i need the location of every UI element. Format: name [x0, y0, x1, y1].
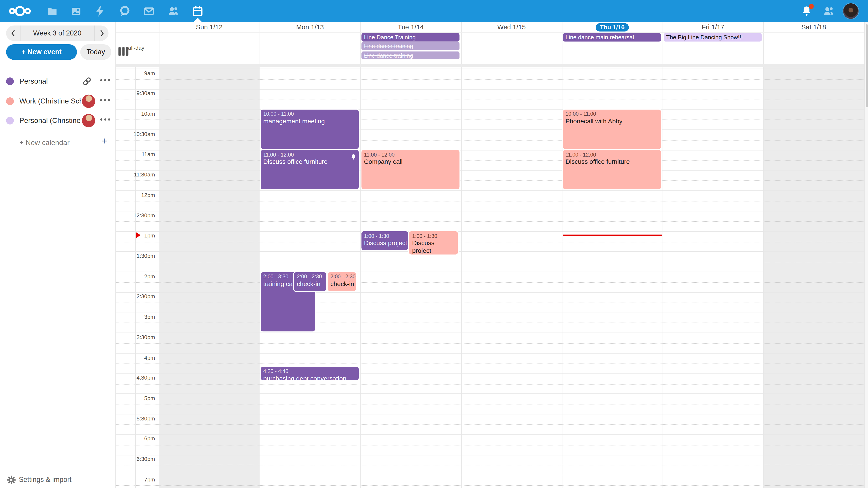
- time-axis-label: 11am: [115, 151, 155, 157]
- time-slot-row[interactable]: [115, 353, 864, 373]
- event[interactable]: 10:00 - 11:00management meeting: [260, 109, 358, 149]
- contacts-menu-icon[interactable]: [823, 5, 834, 17]
- calendar-menu-icon[interactable]: [100, 119, 110, 121]
- talk-app-icon[interactable]: [119, 5, 130, 17]
- time-slot-row[interactable]: [115, 129, 864, 150]
- calendar-list-item[interactable]: Work (Christine Schott): [0, 93, 115, 109]
- event[interactable]: 11:00 - 12:00Company call: [361, 150, 459, 190]
- time-slot-row[interactable]: [115, 272, 864, 292]
- time-slot-row[interactable]: [115, 252, 864, 272]
- time-slot-row[interactable]: [115, 292, 864, 313]
- time-slot-row[interactable]: [115, 414, 864, 434]
- event[interactable]: 10:00 - 11:00Phonecall with Abby: [563, 109, 660, 149]
- event-time: 4:20 - 4:40: [263, 368, 355, 375]
- day-header[interactable]: Fri 1/17: [662, 22, 763, 32]
- contacts-app-icon[interactable]: [168, 5, 179, 17]
- time-axis-label: 11:30am: [115, 171, 155, 177]
- time-slot-row[interactable]: [115, 109, 864, 129]
- calendar-menu-icon[interactable]: [100, 79, 110, 81]
- all-day-event[interactable]: Line dance main rehearsal: [563, 33, 660, 41]
- vertical-scrollbar[interactable]: [864, 22, 868, 488]
- day-header[interactable]: Wed 1/15: [461, 22, 562, 32]
- time-slot-row[interactable]: [115, 231, 864, 252]
- time-axis-label: 1pm: [115, 232, 155, 238]
- time-axis-label: 5pm: [115, 395, 155, 401]
- files-app-icon[interactable]: [46, 5, 58, 17]
- notifications-bell-icon[interactable]: [801, 5, 812, 17]
- day-header[interactable]: Tue 1/14: [360, 22, 461, 32]
- day-header[interactable]: Thu 1/16: [562, 22, 663, 32]
- day-header-label: Wed 1/15: [497, 23, 526, 31]
- week-label[interactable]: Week 3 of 2020: [21, 26, 94, 41]
- quarter-hour-line: [115, 201, 864, 201]
- all-day-event[interactable]: The Big Line Dancing Show!!!: [663, 33, 761, 41]
- quarter-hour-line: [115, 79, 864, 79]
- event[interactable]: 11:00 - 12:00Discuss office furniture: [260, 150, 358, 190]
- all-day-event[interactable]: Line dance training: [361, 51, 459, 59]
- time-slot-row[interactable]: [115, 475, 864, 488]
- event-title: check-in: [331, 281, 353, 287]
- today-button[interactable]: Today: [80, 44, 111, 60]
- photos-app-icon[interactable]: [70, 5, 81, 17]
- time-axis-label: 5:30pm: [115, 415, 155, 421]
- event-time: 10:00 - 11:00: [263, 111, 355, 117]
- day-header[interactable]: Mon 1/13: [260, 22, 361, 32]
- all-day-event[interactable]: Line Dance Training: [361, 33, 459, 41]
- activity-app-icon[interactable]: [95, 5, 106, 17]
- previous-week-button[interactable]: [6, 26, 21, 41]
- new-event-button[interactable]: + New event: [6, 44, 77, 60]
- time-slot-row[interactable]: [115, 394, 864, 414]
- time-slot-row[interactable]: [115, 191, 864, 211]
- mail-app-icon[interactable]: [143, 5, 154, 17]
- time-slot-row[interactable]: [115, 333, 864, 353]
- time-slot-row[interactable]: [115, 89, 864, 109]
- shared-by-avatar[interactable]: [82, 114, 95, 127]
- settings-button[interactable]: Settings & import: [0, 473, 115, 488]
- new-calendar-label: + New calendar: [20, 138, 70, 147]
- column-border: [159, 22, 159, 488]
- user-avatar[interactable]: [843, 3, 859, 19]
- calendar-menu-icon[interactable]: [100, 99, 110, 101]
- event[interactable]: 2:00 - 2:30check-in: [294, 272, 326, 291]
- event[interactable]: 1:00 - 1:30Discuss project announcement: [409, 231, 458, 255]
- quarter-hour-line: [115, 424, 864, 425]
- calendar-app-icon[interactable]: [192, 5, 203, 17]
- next-week-button[interactable]: [94, 26, 108, 41]
- calendar-list-item[interactable]: Personal: [0, 73, 115, 90]
- shared-by-avatar[interactable]: [82, 94, 95, 108]
- event-title: Phonecall with Abby: [565, 118, 658, 124]
- time-slot-row[interactable]: [115, 455, 864, 475]
- view-switcher-icon[interactable]: [119, 47, 129, 57]
- new-calendar-button[interactable]: + New calendar +: [0, 135, 115, 151]
- all-day-event[interactable]: Line dance training: [361, 42, 459, 51]
- quarter-hour-line: [115, 241, 864, 242]
- event[interactable]: 1:00 - 1:30Discuss project announcement: [361, 231, 408, 250]
- time-slot-row[interactable]: [115, 313, 864, 333]
- scrollbar-thumb[interactable]: [866, 24, 868, 107]
- column-border: [562, 22, 562, 488]
- event[interactable]: 2:00 - 2:30check-in: [328, 272, 356, 291]
- time-slot-row[interactable]: [115, 150, 864, 170]
- action-row: + New event Today: [0, 44, 115, 60]
- time-slot-row[interactable]: [115, 434, 864, 455]
- day-header[interactable]: Sun 1/12: [159, 22, 260, 32]
- event[interactable]: 11:00 - 12:00Discuss office furniture: [563, 150, 660, 190]
- event[interactable]: 4:20 - 4:40purchasing dept conversation: [260, 367, 358, 380]
- time-slot-row[interactable]: [115, 69, 864, 89]
- nextcloud-logo-icon[interactable]: [8, 4, 32, 20]
- time-axis-label: 12:30pm: [115, 212, 155, 218]
- time-axis-label: 6:30pm: [115, 456, 155, 462]
- sidebar: Week 3 of 2020 + New event Today Persona…: [0, 22, 116, 488]
- share-link-icon[interactable]: [82, 75, 95, 88]
- quarter-hour-line: [115, 140, 864, 140]
- day-header[interactable]: Sat 1/18: [763, 22, 864, 32]
- time-slot-row[interactable]: [115, 170, 864, 191]
- calendar-list-item[interactable]: Personal (Christine Scho...: [0, 112, 115, 129]
- event-time: 10:00 - 11:00: [565, 111, 658, 117]
- app-window: Week 3 of 2020 + New event Today Persona…: [0, 0, 868, 488]
- time-slot-row[interactable]: [115, 373, 864, 394]
- time-slot-row[interactable]: [115, 211, 864, 231]
- time-axis-label: 2pm: [115, 273, 155, 279]
- quarter-hour-line: [115, 384, 864, 384]
- column-border: [763, 22, 764, 488]
